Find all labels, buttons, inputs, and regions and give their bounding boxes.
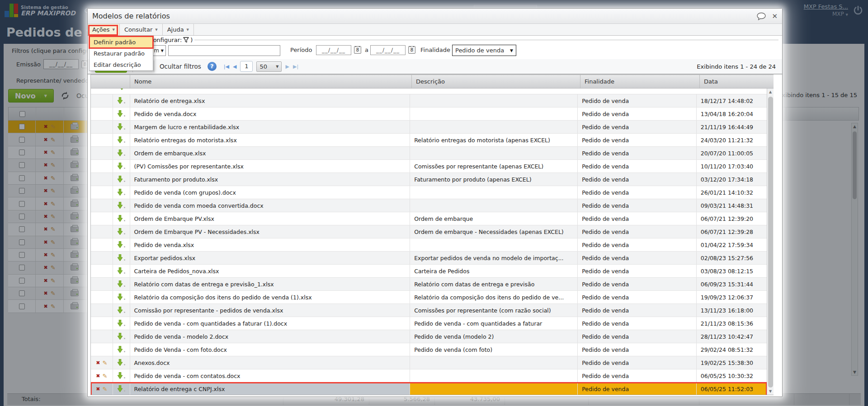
edit-pencil-icon[interactable]: ✎ [103, 359, 108, 366]
template-row[interactable]: (PV) Comissões por representante.xlsx Co… [91, 160, 767, 173]
template-date: 21/11/19 16:44:49 [696, 121, 767, 133]
download-icon[interactable] [117, 372, 123, 379]
calendar-icon[interactable]: 8 [408, 46, 415, 54]
ocultar-filtros-button[interactable]: Ocultar filtros [160, 63, 201, 70]
resize-dot [124, 312, 125, 313]
template-row[interactable]: Faturamento por produto.xlsx Faturamento… [91, 173, 767, 186]
template-description: Faturamento por produto (apenas EXCEL) [410, 173, 577, 186]
template-row[interactable]: Pedido de venda.xlsx Pedido de venda 01/… [91, 238, 767, 252]
download-icon[interactable] [117, 294, 123, 301]
template-row[interactable]: Relatório da composição dos itens do ped… [91, 291, 767, 304]
download-icon[interactable] [117, 202, 123, 209]
download-icon[interactable] [117, 280, 123, 288]
template-row[interactable]: Pedido de Venda - com foto.docx Pedido d… [91, 343, 767, 356]
column-header-nome[interactable]: Nome [130, 75, 411, 88]
template-name: Ordem de Embarque PV - Necessidades.xlsx [130, 225, 410, 238]
template-row[interactable]: Pedido de venda.docx Pedido de venda 13/… [91, 107, 767, 121]
template-row[interactable]: ✖ ✎ Anexos.docx Pedido de venda 19/02/25… [91, 356, 767, 369]
last-page-icon[interactable]: ▶| [293, 64, 298, 70]
template-name: Relatório entregas do motorista.xlsx [130, 134, 410, 146]
download-icon[interactable] [117, 359, 123, 366]
download-icon[interactable] [117, 163, 123, 170]
template-description: Pedido de venda - com quantidades a fatu… [410, 317, 577, 330]
search-text-input[interactable] [168, 45, 280, 56]
next-page-icon[interactable]: ▶ [285, 64, 289, 70]
download-icon[interactable] [117, 241, 123, 248]
template-row[interactable]: ✖ ✎ Pedido de venda - com contatos.docx … [91, 369, 767, 383]
download-icon[interactable] [117, 254, 123, 261]
template-row[interactable]: Exportar pedidos.xlsx Exportar pedidos d… [91, 252, 767, 265]
template-row[interactable]: Pedido de venda - modelo 2.docx Pedido d… [91, 330, 767, 343]
close-icon[interactable]: ✕ [772, 12, 778, 20]
resize-dot [124, 285, 125, 287]
menu-consultar[interactable]: Consultar▼ [120, 24, 163, 35]
edit-pencil-icon[interactable]: ✎ [103, 386, 108, 392]
resize-dot [124, 141, 125, 143]
column-header-descricao[interactable]: Descrição [411, 75, 580, 88]
calendar-icon[interactable]: 8 [354, 46, 361, 54]
menu-item-definir-padrao[interactable]: Definir padrão [90, 37, 153, 48]
template-row[interactable]: Relatório entregas do motorista.xlsx Rel… [91, 134, 767, 147]
template-date: 24/03/20 11:21:32 [696, 134, 767, 146]
column-header-finalidade[interactable]: Finalidade [580, 75, 699, 88]
periodo-end-input[interactable]: __/__/__ [370, 45, 406, 55]
download-icon [119, 89, 125, 90]
resize-dot [124, 390, 125, 392]
partially-scrolled-row[interactable] [91, 89, 767, 94]
finalidade-select[interactable]: Pedido de venda▼ [452, 45, 516, 56]
menu-acoes[interactable]: Ações▼ [88, 24, 120, 35]
download-icon[interactable] [117, 320, 123, 327]
resize-dot [124, 351, 125, 352]
scroll-thumb [768, 97, 773, 387]
download-icon[interactable] [117, 333, 123, 340]
prev-page-icon[interactable]: ◀ [233, 64, 236, 70]
periodo-start-input[interactable]: __/__/__ [316, 45, 351, 55]
help-icon[interactable]: ? [208, 62, 217, 71]
template-row[interactable]: Ordem de Embarque PV.xlsx Ordem de embar… [91, 212, 767, 225]
template-row[interactable]: Relatório com datas de entrega e previsã… [91, 278, 767, 291]
download-icon[interactable] [117, 228, 123, 235]
template-description: Pedido de venda (com foto) [410, 343, 577, 356]
menu-item-restaurar-padrao[interactable]: Restaurar padrão [90, 48, 153, 59]
template-date: 13/04/18 16:20:04 [696, 107, 767, 120]
template-row[interactable]: Ordem de Embarque PV - Necessidades.xlsx… [91, 225, 767, 238]
download-icon[interactable] [117, 307, 123, 314]
download-icon[interactable] [117, 385, 123, 392]
template-name: Relatório de entrega c CNPJ.xlsx [130, 383, 410, 395]
comment-bubble-icon[interactable] [756, 12, 766, 20]
template-row[interactable]: Ordem de embarque.xlsx Pedido de venda 2… [91, 147, 767, 160]
template-row[interactable]: Pedido de venda - com quantidades a fatu… [91, 317, 767, 330]
download-icon[interactable] [117, 189, 123, 196]
delete-icon[interactable]: ✖ [96, 360, 100, 366]
download-icon[interactable] [117, 346, 123, 353]
template-row[interactable]: Margem de lucro e rentabilidade.xlsx Ped… [91, 121, 767, 134]
edit-pencil-icon[interactable]: ✎ [103, 373, 108, 379]
template-finalidade: Pedido de venda [577, 173, 696, 186]
download-icon[interactable] [117, 267, 123, 275]
download-icon[interactable] [117, 149, 123, 157]
template-row[interactable]: Comissão por representante - pedidos de … [91, 304, 767, 317]
modal-menu-bar: Ações▼ Consultar▼ Ajuda▼ [88, 24, 782, 36]
template-name: Comissão por representante - pedidos de … [130, 304, 410, 317]
page-size-select[interactable]: 50▼ [256, 61, 282, 72]
download-icon[interactable] [117, 136, 123, 144]
download-icon[interactable] [117, 176, 123, 183]
download-icon[interactable] [117, 110, 123, 117]
template-row[interactable]: Relatório de entrega.xlsx Pedido de vend… [91, 94, 767, 107]
template-row[interactable]: Pedido de venda (com grupos).docx Pedido… [91, 186, 767, 199]
column-header-data[interactable]: Data [699, 75, 770, 88]
first-page-icon[interactable]: |◀ [224, 64, 229, 70]
filter-funnel-icon[interactable] [183, 37, 189, 43]
delete-icon[interactable]: ✖ [96, 373, 100, 379]
download-icon[interactable] [117, 97, 123, 104]
menu-ajuda[interactable]: Ajuda▼ [163, 24, 194, 35]
template-row[interactable]: ✖ ✎ Relatório de entrega c CNPJ.xlsx Ped… [91, 383, 767, 395]
menu-item-editar-descricao[interactable]: Editar descrição [90, 59, 153, 70]
template-row[interactable]: Carteira de Pedidos_nova.xlsx Carteira d… [91, 265, 767, 278]
delete-icon[interactable]: ✖ [96, 386, 100, 392]
download-icon[interactable] [117, 123, 123, 131]
download-icon[interactable] [117, 215, 123, 222]
page-number-input[interactable]: 1 [240, 61, 253, 72]
template-row[interactable]: Pedido de venda com moeda convertida.doc… [91, 199, 767, 212]
templates-scrollbar[interactable]: ▲ ▼ [767, 89, 774, 395]
